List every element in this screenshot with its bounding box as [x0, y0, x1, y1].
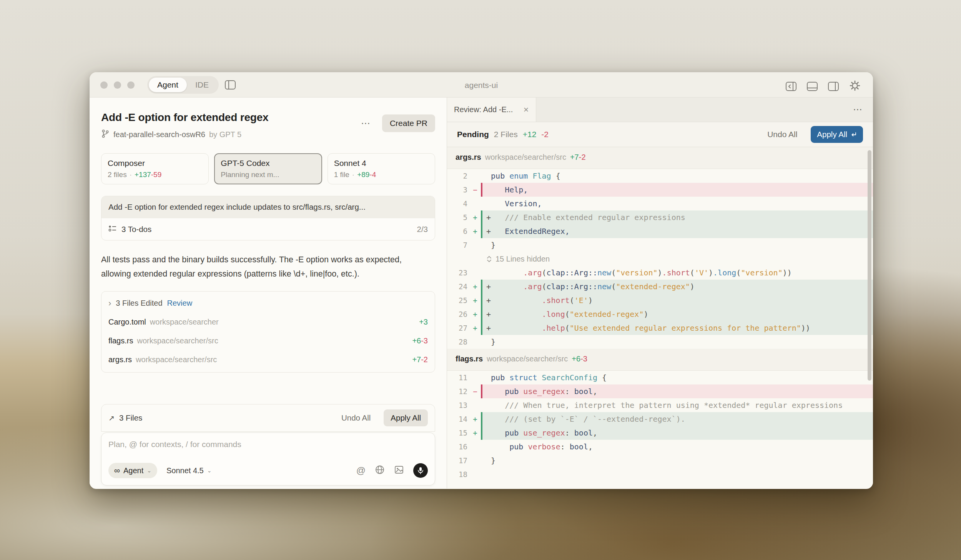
hidden-lines-label: 15 Lines hidden [495, 252, 550, 266]
model-card-title: Sonnet 4 [334, 159, 429, 168]
code-line: 2 pub enum Flag { [447, 169, 873, 183]
editor-tabbar: Review: Add -E... ✕ ⋯ [447, 98, 873, 122]
diff-marker: + [469, 293, 481, 307]
code-token: , [588, 442, 593, 451]
sidebar-toggle-icon[interactable] [225, 80, 236, 89]
zoom-window-button[interactable] [127, 81, 135, 89]
code-token: "extended-regex" [570, 310, 644, 319]
composer-input[interactable]: Plan, @ for contexts, / for commands ∞ A… [101, 432, 435, 485]
undo-all-button[interactable]: Undo All [767, 130, 797, 139]
settings-gear-icon[interactable] [849, 80, 861, 93]
model-selector[interactable]: Sonnet 4.5 ⌄ [166, 466, 211, 475]
edited-file-name: Cargo.toml [108, 318, 146, 326]
edited-file-row[interactable]: flags.rs workspace/searcher/src +6-3 [101, 331, 435, 350]
edited-file-row[interactable]: args.rs workspace/searcher/src +7-2 [101, 350, 435, 369]
code-token: ( [611, 282, 616, 291]
todos-label: 3 To-dos [121, 225, 151, 234]
todos-row[interactable]: 3 To-dos 2/3 [101, 218, 435, 240]
hidden-lines-content[interactable]: 15 Lines hidden [481, 252, 873, 266]
apply-all-button[interactable]: Apply All [811, 126, 863, 143]
hidden-lines-row[interactable]: 15 Lines hidden [447, 252, 873, 266]
edited-file-row[interactable]: Cargo.toml workspace/searcher +3 [101, 313, 435, 331]
more-options-icon[interactable]: ⋯ [853, 104, 862, 115]
code-token: clap::Arg:: [547, 268, 597, 277]
diff-marker [469, 454, 481, 467]
model-card-gpt5-codex[interactable]: GPT-5 Codex Planning next m... [214, 153, 322, 184]
pending-files-label[interactable]: 3 Files [119, 413, 142, 422]
code-token: + [486, 296, 542, 305]
close-window-button[interactable] [100, 81, 108, 89]
tab-review[interactable]: Review: Add -E... ✕ [447, 98, 536, 122]
agent-mode-selector[interactable]: ∞ Agent ⌄ [108, 463, 157, 478]
image-attach-icon[interactable] [394, 465, 404, 476]
undo-all-button[interactable]: Undo All [341, 413, 371, 422]
review-deletions: -2 [541, 130, 549, 139]
microphone-button[interactable] [413, 463, 428, 478]
code-token: struct [509, 373, 542, 382]
scrollbar-thumb[interactable] [868, 150, 871, 381]
review-additions: +12 [523, 130, 537, 139]
right-panel-icon[interactable] [828, 82, 839, 91]
apply-all-button[interactable]: Apply All [384, 409, 428, 426]
diff-file-header[interactable]: args.rsworkspace/searcher/src+7-2 [447, 147, 873, 169]
code-content: /// When true, interpret the pattern usi… [481, 398, 873, 412]
bottom-panel-icon[interactable] [807, 82, 818, 91]
diff-scroll-area[interactable]: args.rsworkspace/searcher/src+7-22 pub e… [447, 147, 873, 489]
code-token: verbose [528, 442, 560, 451]
code-token: bool [574, 387, 593, 396]
files-edited-header[interactable]: › 3 Files Edited Review [101, 294, 435, 313]
code-token: ( [542, 268, 547, 277]
code-token: : [565, 387, 574, 396]
diff-marker: − [469, 183, 481, 197]
web-globe-icon[interactable] [375, 465, 385, 476]
line-number: 6 [447, 224, 469, 238]
code-token: , [593, 428, 597, 437]
titlebar: Agent IDE agents-ui [90, 72, 873, 98]
line-number: 27 [447, 321, 469, 335]
model-card-sonnet4[interactable]: Sonnet 4 1 file · +89-4 [328, 153, 435, 184]
create-pr-button[interactable]: Create PR [382, 114, 435, 132]
review-link[interactable]: Review [167, 299, 193, 308]
todo-list-icon [108, 224, 117, 234]
code-token: .long [542, 310, 565, 319]
edited-file-path: workspace/searcher/src [137, 336, 218, 345]
return-key-icon [851, 132, 857, 138]
minimize-window-button[interactable] [114, 81, 121, 89]
code-token: pub [505, 428, 523, 437]
mention-icon[interactable]: @ [356, 465, 366, 476]
model-card-additions: +137 [135, 171, 151, 179]
code-token: } [486, 337, 495, 346]
code-token [486, 442, 509, 451]
more-options-icon[interactable]: ⋯ [361, 118, 371, 129]
diff-marker [469, 197, 481, 210]
code-token: } [486, 456, 495, 465]
review-files-count: 2 Files [494, 130, 518, 139]
close-icon[interactable]: ✕ [523, 106, 529, 114]
code-line: 11 pub struct SearchConfig { [447, 371, 873, 384]
diff-file-header[interactable]: flags.rsworkspace/searcher/src+6-3 [447, 349, 873, 371]
code-token: pub [505, 387, 523, 396]
tab-ide[interactable]: IDE [187, 78, 217, 92]
tab-agent[interactable]: Agent [149, 78, 187, 92]
model-card-composer[interactable]: Composer 2 files · +137-59 [101, 153, 209, 184]
code-token: ( [736, 268, 741, 277]
code-token: /// Enable extended regular expressions [505, 213, 685, 222]
code-content: + .help("Use extended regular expression… [481, 321, 873, 335]
code-line: 23 .arg(clap::Arg::new("version").short(… [447, 266, 873, 280]
code-token: "extended-regex" [616, 282, 690, 291]
code-token [486, 387, 505, 396]
task-summary[interactable]: Add -E option for extended regex include… [101, 196, 435, 218]
line-number: 16 [447, 440, 469, 454]
agent-panel: Add -E option for extended regex feat-pa… [90, 98, 447, 489]
file-deletions: -2 [421, 355, 428, 364]
diff-marker [469, 467, 481, 481]
collapse-panel-icon[interactable] [786, 82, 796, 91]
code-content: + .arg(clap::Arg::new("extended-regex") [481, 280, 873, 293]
code-token: ( [690, 268, 695, 277]
line-number: 28 [447, 335, 469, 349]
diff-marker [469, 371, 481, 384]
diff-marker [469, 440, 481, 454]
code-content: + /// Enable extended regular expression… [481, 210, 873, 224]
code-token: .short [542, 296, 570, 305]
diff-files: args.rsworkspace/searcher/src+7-22 pub e… [447, 147, 873, 481]
